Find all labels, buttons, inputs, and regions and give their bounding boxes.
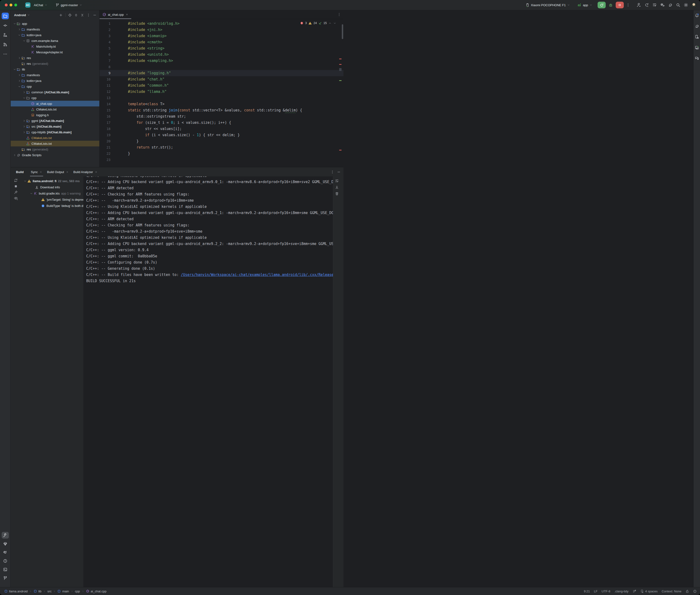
tree-item-lib[interactable]: lib [11,66,99,72]
build-tab-sync[interactable]: Sync [29,167,45,176]
build-console[interactable]: C/C++: -- Using KleidiAI optimized kerne… [83,176,343,298]
build-tab-build-output[interactable]: Build Output [45,167,71,176]
tree-item-manifests[interactable]: manifests [11,72,99,78]
chevron-right-icon[interactable] [22,91,26,94]
chevron-right-icon[interactable] [18,79,21,82]
tree-item-com-example-llama[interactable]: com.example.llama [11,38,99,44]
clear-console-icon[interactable] [335,192,339,196]
chevron-down-icon[interactable] [12,22,17,25]
inspections-widget[interactable]: 3 24 15 [300,22,336,25]
build-options-icon[interactable] [331,170,334,174]
chevron-right-icon[interactable] [18,56,21,59]
editor-options-icon[interactable] [337,12,341,17]
minimize-window-button[interactable] [9,4,12,6]
tool-more[interactable] [2,51,9,57]
panel-options-icon[interactable] [87,13,90,17]
tree-item-res[interactable]: res(generated) [11,146,99,152]
add-icon[interactable] [59,13,63,17]
tree-item-src[interactable]: src[AiChat.lib.main] [11,123,99,129]
zoom-window-button[interactable] [14,4,17,6]
tree-item-common[interactable]: common[AiChat.lib.main] [11,89,99,95]
tree-item-cpp[interactable]: cpp [11,95,99,101]
stop-build-icon[interactable] [14,184,18,188]
close-window-button[interactable] [5,4,8,6]
branch-selector[interactable]: ggml-master [54,2,84,8]
pin-tab-icon[interactable] [14,190,18,194]
chevron-down-icon[interactable] [18,34,21,37]
error-stripe[interactable] [339,19,343,167]
chevron-down-icon[interactable] [18,85,21,88]
tool-pull-requests[interactable] [2,41,9,48]
editor-scrollbar[interactable] [342,24,343,39]
tool-commit[interactable] [2,22,9,29]
close-tab-icon[interactable] [39,171,42,173]
tree-item-gradle-scripts[interactable]: Gradle Scripts [11,152,99,158]
editor-tab-ai-chat-cpp[interactable]: C ai_chat.cpp [100,10,131,19]
tree-item-cmakelists-txt[interactable]: CMakeLists.txt [11,107,99,112]
tree-item-kotlin-java[interactable]: kotlin+java [11,78,99,84]
tree-item-cpp-httplib[interactable]: cpp-httplib[AiChat.lib.main] [11,129,99,135]
chevron-right-icon[interactable] [22,125,26,128]
build-filter-icon[interactable] [14,196,18,200]
soft-wrap-icon[interactable] [335,179,339,183]
expand-all-icon[interactable] [74,13,78,17]
close-tab-icon[interactable] [66,171,68,173]
warning-badge-icon [308,22,312,25]
tree-item-manifests[interactable]: manifests [11,26,99,32]
chevron-down-icon[interactable] [29,192,33,195]
chevron-down-icon[interactable] [22,96,26,100]
tree-item-ggml[interactable]: ggml[AiChat.lib.main] [11,118,99,123]
tool-project[interactable] [2,12,9,19]
res-folder-icon [21,148,25,151]
chevron-right-icon[interactable] [22,119,26,122]
tree-item-ai-chat-cpp[interactable]: Cai_chat.cpp [11,101,99,107]
tree-item-label: manifests [27,73,40,77]
chevron-right-icon[interactable] [22,131,26,134]
next-problem-icon[interactable] [333,22,336,25]
hide-panel-icon[interactable] [93,13,96,17]
build-tree-item[interactable]: llama.android: fi22 sec, 583 ms [20,178,83,184]
prev-problem-icon[interactable] [329,22,332,25]
build-tree-item[interactable]: Download info [20,184,83,190]
tree-item-kotlin-java[interactable]: kotlin+java [11,32,99,38]
build-output-link[interactable]: /Users/hanyin/Workspace/ai-chat/examples… [181,273,333,277]
warning-badge-icon [27,179,31,183]
chevron-down-icon[interactable] [22,39,26,42]
rerun-build-icon[interactable] [14,178,18,182]
console-line: C/C++: -- Build files have been written … [86,272,343,278]
tree-item-res[interactable]: res [11,55,99,61]
project-selector[interactable]: AiChat [32,2,49,8]
tree-item-mainactivity-kt[interactable]: MainActivity.kt [11,44,99,49]
editor-area[interactable]: C ai_chat.cpp 1#include <android/log.h>2… [100,10,343,167]
tool-structure[interactable] [2,32,9,38]
close-tab-icon[interactable] [95,171,97,173]
locate-file-icon[interactable] [68,13,72,17]
tree-item-app[interactable]: app [11,21,99,26]
lib-module-folder-icon [26,131,30,134]
project-view-selector[interactable]: Android [14,13,30,17]
chevron-down-icon [45,4,47,6]
code-editor[interactable]: 1#include <android/log.h>2#include <jni.… [100,19,343,167]
chevron-right-icon[interactable] [18,74,21,77]
chevron-right-icon[interactable] [12,153,17,157]
collapse-all-icon[interactable] [81,13,84,17]
tree-item-res[interactable]: res(generated) [11,61,99,66]
chevron-right-icon[interactable] [18,28,21,31]
tree-item-cmakelists-txt[interactable]: CMakeLists.txt [11,135,99,141]
build-tree-item[interactable]: build.gradle.ktsapp 1 warning [20,190,83,196]
console-line: C/C++: -- ARM detected [86,185,343,191]
hide-build-panel-icon[interactable] [337,170,341,174]
folder-icon [21,33,25,37]
build-tree-item[interactable]: BuildType 'debug' is both de [20,203,83,209]
tab-label: Build Analyzer [73,170,93,174]
close-tab-icon[interactable] [125,13,129,16]
build-tree-item[interactable]: 'jvmTarget: String' is deprec [20,196,83,203]
scroll-to-end-icon[interactable] [335,185,339,189]
tree-item-messageadapter-kt[interactable]: MessageAdapter.kt [11,49,99,55]
tree-item-cmakelists-txt[interactable]: CMakeLists.txt [11,141,99,146]
tree-item-cpp[interactable]: cpp [11,84,99,89]
chevron-down-icon[interactable] [12,68,17,71]
tree-item-logging-h[interactable]: Hlogging.h [11,112,99,118]
build-tab-build-analyzer[interactable]: Build Analyzer [71,167,100,176]
chevron-down-icon[interactable] [23,179,27,182]
